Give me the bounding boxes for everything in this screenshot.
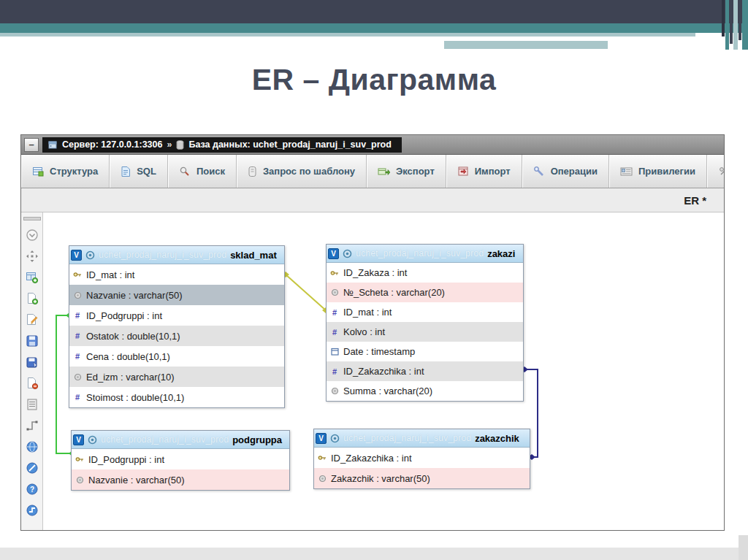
varchar-icon — [73, 373, 82, 381]
table-row[interactable]: Nazvanie : varchar(50) — [72, 469, 289, 490]
gear-icon — [343, 249, 352, 258]
table-header[interactable]: V uchet_prodaj_naruj_i_suv_prod zakazi — [327, 245, 523, 263]
view-name-label: ER * — [684, 194, 706, 207]
table-row[interactable]: ID_Podgruppi : int — [72, 449, 289, 469]
gear-icon — [330, 434, 340, 443]
tab-label: Экспорт — [396, 166, 435, 177]
field-label: Date : timestamp — [343, 346, 415, 357]
numeric-icon: # — [73, 331, 82, 340]
key-icon — [330, 269, 339, 277]
move-mode-icon[interactable] — [26, 250, 39, 263]
table-row[interactable]: ID_mat : int — [69, 264, 284, 285]
table-row[interactable]: ID_Zakazchika : int — [314, 448, 530, 468]
table-row[interactable]: #Cena : double(10,1) — [69, 346, 284, 367]
wrench-icon — [533, 166, 545, 177]
show-tables-icon[interactable] — [26, 229, 39, 242]
table-list-icon[interactable] — [26, 398, 39, 411]
view-badge-icon: V — [73, 434, 84, 445]
table-header[interactable]: V uchet_prodaj_naruj_i_suv_prod podgrupp… — [72, 431, 289, 449]
view-strip: ER * — [21, 188, 724, 212]
field-label: ID_mat : int — [343, 307, 392, 318]
table-row[interactable]: Zakazchik : varchar(50) — [314, 468, 530, 488]
tab-query-by-example[interactable]: Запрос по шаблону — [237, 155, 367, 188]
table-header[interactable]: V uchet_prodaj_naruj_i_suv_prod sklad_ma… — [69, 246, 284, 264]
table-row[interactable]: ID_Zakaza : int — [327, 263, 523, 283]
tab-label: SQL — [137, 166, 156, 177]
view-badge-icon: V — [316, 433, 327, 444]
table-row[interactable]: Date : timestamp — [327, 342, 523, 361]
tab-import[interactable]: Импорт — [446, 155, 522, 188]
tab-structure[interactable]: Структура — [21, 155, 110, 188]
field-label: ID_Zakazchika : int — [343, 366, 424, 377]
tab-sql[interactable]: SQL — [110, 155, 168, 188]
routines-icon — [718, 166, 724, 177]
search-icon — [179, 166, 191, 177]
table-row[interactable]: #Stoimost : double(10,1) — [69, 387, 284, 407]
field-label: ID_Podgruppi : int — [86, 310, 162, 321]
er-table-zakazi: V uchet_prodaj_naruj_i_suv_prod zakazi I… — [326, 244, 524, 402]
corner-stripe — [742, 0, 748, 50]
light-teal-block — [444, 41, 608, 49]
angular-links-icon[interactable] — [26, 504, 39, 517]
varchar-icon — [75, 476, 84, 484]
view-badge-icon: V — [328, 248, 339, 259]
breadcrumb-server[interactable]: Сервер: 127.0.0.1:3306 — [62, 139, 162, 150]
tab-routines[interactable]: Пр — [707, 155, 724, 188]
table-name-label: podgruppa — [232, 434, 282, 445]
breadcrumb: – Сервер: 127.0.0.1:3306 » База данных: … — [21, 135, 724, 155]
er-table-podgruppa: V uchet_prodaj_naruj_i_suv_prod podgrupp… — [71, 430, 290, 491]
delete-page-icon[interactable] — [26, 377, 39, 390]
globe-icon[interactable] — [26, 440, 39, 453]
save-page-icon[interactable] — [26, 334, 39, 348]
key-icon — [318, 453, 327, 462]
new-page-icon[interactable] — [26, 292, 39, 305]
corner-stripe — [739, 0, 741, 40]
corner-stripe — [733, 0, 738, 50]
tab-label: Запрос по шаблону — [263, 166, 355, 177]
tab-privileges[interactable]: Привилегии — [609, 155, 707, 188]
create-relation-icon[interactable] — [26, 419, 39, 432]
table-db-label: uchet_prodaj_naruj_i_suv_prod — [343, 433, 471, 443]
tab-export[interactable]: Экспорт — [367, 155, 446, 188]
table-row[interactable]: Nazvanie : varchar(50) — [69, 285, 284, 305]
tab-label: Импорт — [475, 166, 511, 177]
import-icon — [457, 166, 469, 177]
varchar-icon — [318, 475, 327, 483]
field-label: Stoimost : double(10,1) — [86, 392, 184, 403]
table-row[interactable]: Summa : varchar(20) — [327, 381, 523, 401]
edit-page-icon[interactable] — [26, 313, 39, 326]
tab-label: Структура — [50, 166, 98, 177]
table-row[interactable]: #ID_Podgruppi : int — [69, 305, 284, 326]
table-row[interactable]: #Ostatok : double(10,1) — [69, 326, 284, 346]
numeric-icon: # — [330, 328, 339, 337]
numeric-icon: # — [73, 352, 82, 361]
key-icon — [75, 455, 84, 464]
help-icon[interactable]: ? — [26, 483, 39, 496]
direct-links-icon[interactable] — [26, 461, 39, 475]
add-table-icon[interactable] — [26, 271, 39, 284]
gear-icon — [88, 435, 97, 445]
table-name-label: zakazi — [487, 248, 515, 259]
privileges-icon — [620, 166, 633, 177]
breadcrumb-path: Сервер: 127.0.0.1:3306 » База данных: uc… — [42, 137, 402, 153]
breadcrumb-database[interactable]: База данных: uchet_prodaj_naruj_i_suv_pr… — [188, 139, 391, 150]
tab-search[interactable]: Поиск — [168, 155, 237, 188]
er-table-zakazchik: V uchet_prodaj_naruj_i_suv_prod zakazchi… — [313, 429, 530, 489]
table-row[interactable]: #ID_Zakazchika : int — [327, 361, 523, 381]
field-label: ID_mat : int — [86, 269, 134, 280]
table-row[interactable]: #ID_mat : int — [327, 302, 523, 322]
table-header[interactable]: V uchet_prodaj_naruj_i_suv_prod zakazchi… — [314, 429, 530, 448]
field-label: №_Scheta : varchar(20) — [343, 287, 445, 298]
table-row[interactable]: Ed_izm : varchar(10) — [69, 367, 284, 387]
tab-operations[interactable]: Операции — [522, 155, 609, 188]
field-label: Nazvanie : varchar(50) — [86, 290, 183, 301]
save-as-icon[interactable] — [26, 356, 39, 369]
minimize-button[interactable]: – — [24, 138, 39, 152]
toolbar-handle[interactable] — [23, 217, 41, 220]
table-row[interactable]: №_Scheta : varchar(20) — [327, 283, 523, 302]
field-label: Cena : double(10,1) — [86, 351, 170, 362]
table-row[interactable]: #Kolvo : int — [327, 322, 523, 342]
numeric-icon: # — [330, 367, 339, 376]
tab-label: Операции — [551, 166, 598, 177]
corner-stripe — [730, 0, 733, 44]
